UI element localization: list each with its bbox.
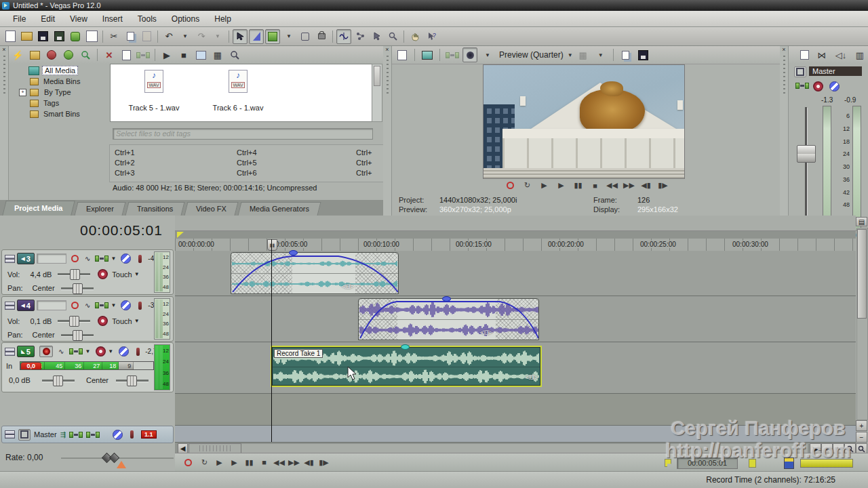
fx-dropdown[interactable]: ▼ [111, 256, 116, 262]
play-from-start-button[interactable]: ▶ [538, 180, 550, 190]
play-button[interactable]: ▶ [555, 180, 567, 190]
copy-button[interactable] [123, 29, 138, 44]
mute-icon[interactable] [121, 300, 131, 310]
previous-frame-button[interactable]: ◀▮ [640, 180, 652, 190]
get-media-web-button[interactable] [61, 47, 76, 62]
automation-mode[interactable]: Touch [112, 317, 132, 325]
preview-quality-dropdown[interactable]: ▼ [568, 52, 573, 58]
snapping-button[interactable] [298, 29, 313, 44]
track-envelope-icon[interactable]: ∿ [85, 302, 90, 309]
split-screen-button[interactable] [462, 47, 477, 62]
timeline-corner-button[interactable]: ▤ [856, 217, 867, 226]
minimize-track-icon[interactable] [5, 302, 15, 310]
automation-settings-icon[interactable] [813, 81, 823, 92]
mixer-properties-button[interactable] [798, 47, 810, 62]
automation-dropdown[interactable]: ▼ [108, 348, 113, 354]
properties-button[interactable] [52, 29, 66, 44]
pause-button[interactable]: ▮▮ [243, 458, 255, 468]
selection-edit-tool-button[interactable] [265, 29, 280, 44]
track-name-field[interactable] [37, 300, 66, 310]
tree-item-by-type[interactable]: + By Type [9, 87, 108, 98]
recording-event-track5[interactable]: Record Take 1 ◁▯▷ [272, 347, 540, 386]
media-fx-button[interactable] [136, 47, 151, 62]
expand-icon[interactable]: + [19, 89, 26, 96]
mute-icon[interactable] [119, 346, 129, 357]
menu-view[interactable]: View [62, 12, 95, 26]
track-name-field[interactable] [37, 253, 66, 264]
arm-record-icon[interactable] [39, 346, 53, 357]
go-to-start-button[interactable]: ◀◀ [606, 180, 618, 190]
video-fx-button[interactable] [445, 47, 460, 62]
normal-edit-tool-button[interactable] [233, 29, 248, 44]
vol-slider[interactable] [42, 380, 75, 382]
fx-dropdown[interactable]: ▼ [85, 348, 90, 354]
minimize-track-icon[interactable] [5, 348, 15, 356]
tree-item-media-bins[interactable]: Media Bins [9, 76, 108, 87]
vol-slider[interactable] [58, 320, 90, 322]
loop-playback-button[interactable]: ↻ [199, 458, 210, 468]
master-fader[interactable] [797, 145, 816, 163]
pan-slider[interactable] [61, 287, 94, 289]
lock-envelopes-button[interactable] [314, 29, 329, 44]
redo-dropdown[interactable]: ▼ [210, 29, 225, 44]
media-file-track5[interactable]: ♪ WAV Track 5 - 1.wav [113, 64, 195, 120]
menu-edit[interactable]: Edit [33, 12, 62, 26]
split-screen-dropdown[interactable]: ▼ [480, 47, 495, 62]
views-button[interactable]: ▦ [210, 47, 225, 62]
media-panel-grip[interactable] [0, 46, 9, 216]
media-file-track6[interactable]: ♪ WAV Track 6 - 1.wav [197, 64, 279, 120]
master-fx-button[interactable] [794, 66, 806, 77]
stop-button[interactable]: ■ [258, 458, 270, 468]
event-pan-handle[interactable]: ◁▯▷ [342, 283, 353, 289]
tab-explorer[interactable]: Explorer [74, 202, 125, 216]
timecode-display[interactable]: 00:00:05:01 [80, 222, 163, 239]
master-bus-track-header[interactable]: Master ⇶ 1.1 [1, 426, 174, 443]
zoom-in-track-button[interactable]: + [856, 420, 867, 431]
zoom-tool-button[interactable] [385, 29, 400, 44]
menu-tools[interactable]: Tools [130, 12, 164, 26]
event-pan-handle[interactable]: ◁▯▷ [526, 373, 537, 380]
bus-fx-icon[interactable] [795, 83, 809, 89]
media-search-button[interactable] [227, 47, 242, 62]
arm-record-icon[interactable] [71, 255, 79, 262]
preview-play-button[interactable]: ▶ [159, 47, 174, 62]
hscroll-thumb[interactable] [189, 443, 241, 453]
play-button[interactable]: ▶ [229, 458, 240, 468]
automation-dropdown[interactable]: ▼ [134, 271, 140, 277]
tree-item-smart-bins[interactable]: Smart Bins [9, 108, 108, 119]
tab-video-fx[interactable]: Video FX [184, 202, 238, 216]
track-header-3[interactable]: ◀3 ∿ ▼ -4,0 Vol: 4,4 dB Touch ▼ Pa [1, 249, 174, 295]
mixer-panel-grip[interactable] [780, 46, 789, 216]
playhead-handle[interactable]: ▮▮ [267, 239, 277, 251]
mute-icon[interactable] [829, 81, 840, 92]
normal-cursor-button[interactable] [369, 29, 384, 44]
copy-snapshot-button[interactable] [618, 47, 633, 62]
ignore-event-grouping-button[interactable] [353, 29, 368, 44]
media-properties-button[interactable] [119, 47, 134, 62]
scroll-left-button[interactable]: ◀ [178, 443, 188, 453]
bus-out-icon[interactable] [69, 432, 83, 438]
import-media-button[interactable]: ⚡ [10, 47, 25, 62]
remove-media-button[interactable]: ✕ [102, 47, 117, 62]
master-bus-lane[interactable] [175, 426, 856, 443]
extract-audio-button[interactable] [44, 47, 59, 62]
overlays-button[interactable]: ▦ [576, 47, 591, 62]
track-fx-icon[interactable] [95, 256, 108, 262]
preview-panel-grip[interactable] [383, 46, 392, 216]
redo-button[interactable]: ↷ [194, 29, 209, 44]
pan-slider[interactable] [61, 334, 94, 336]
solo-icon[interactable] [138, 255, 142, 263]
track-envelope-icon[interactable]: ∿ [58, 348, 64, 355]
next-frame-button[interactable]: ▮▶ [318, 458, 330, 468]
vol-slider[interactable] [58, 273, 90, 275]
envelope-edit-tool-button[interactable] [249, 29, 264, 44]
arm-record-icon[interactable] [71, 302, 79, 309]
dim-output-button[interactable]: ◁↓ [833, 47, 848, 62]
fx-dropdown[interactable]: ▼ [111, 302, 116, 308]
zoom-out-track-button[interactable]: − [856, 432, 867, 443]
menu-options[interactable]: Options [164, 12, 207, 26]
tree-item-tags[interactable]: Tags [9, 98, 108, 108]
menu-insert[interactable]: Insert [95, 12, 130, 26]
bus-fx-chain-icon[interactable] [86, 432, 100, 438]
tab-media-generators[interactable]: Media Generators [237, 202, 321, 216]
